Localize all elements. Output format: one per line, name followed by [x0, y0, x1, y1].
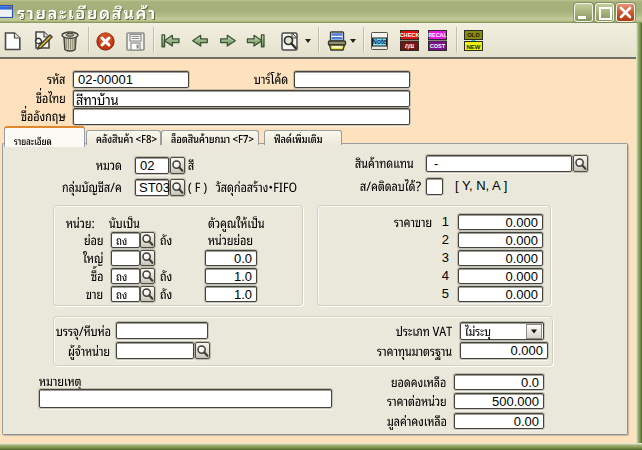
svg-text:ฦ/ม: ฦ/ม	[405, 43, 415, 50]
svg-text:Note: Note	[372, 38, 387, 45]
svg-text:RECAL: RECAL	[428, 32, 447, 38]
svg-text:COST: COST	[430, 43, 446, 49]
svg-text:NEW: NEW	[467, 44, 481, 50]
svg-text:OLD: OLD	[467, 32, 480, 38]
svg-text:CHECK: CHECK	[400, 32, 419, 38]
